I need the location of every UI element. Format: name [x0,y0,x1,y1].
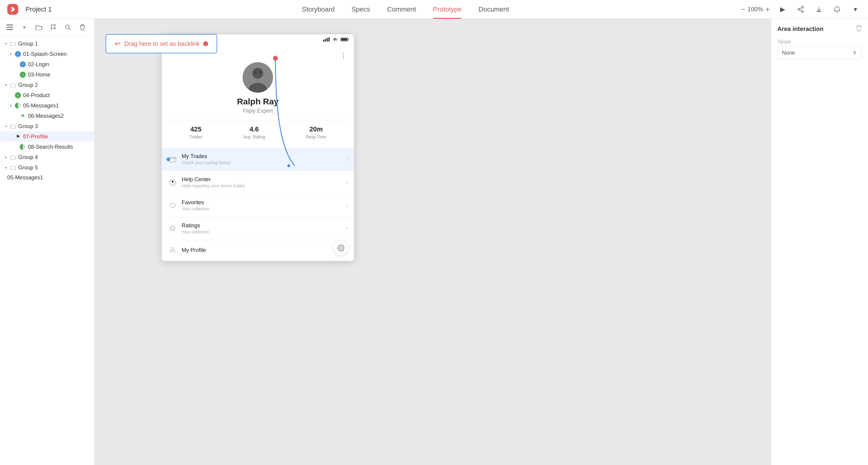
favorites-title: Favorites [182,199,346,206]
search-button[interactable] [63,23,73,32]
icon-messages1 [14,102,21,109]
project-title: Project 1 [26,5,52,13]
ratings-chevron: › [346,225,348,232]
delete-button[interactable] [78,23,87,32]
sidebar-label-messages2: 06-Messages2 [28,113,92,119]
more-button[interactable]: ▾ [850,4,861,15]
sidebar-label-profile: 07-Profile [23,134,92,140]
sidebar-item-login[interactable]: ▸ ✓ 02-Login [0,59,94,69]
svg-rect-12 [323,40,324,41]
svg-line-4 [800,8,802,9]
profile-subtitle: Fliply Expert [243,108,273,114]
folder-icon-group2 [10,82,17,88]
download-button[interactable] [813,4,824,15]
folder-button[interactable] [34,23,44,32]
menu-row-favorites[interactable]: Favorites Your collection › [162,194,354,217]
svg-rect-5 [6,25,13,26]
profile-avatar [243,62,273,93]
sidebar-item-group3[interactable]: ▾ Group 3 [0,121,94,132]
layers-button[interactable] [5,23,14,32]
sidebar-item-product[interactable]: ▸ ✓ 04-Product [0,90,94,100]
menu-row-my-profile[interactable]: My Profile › [162,240,354,261]
menu-row-ratings[interactable]: Ratings Your collection › [162,217,354,240]
my-trades-sub: Check your trading history [182,160,346,165]
sidebar-item-group1[interactable]: ▾ Group 1 [0,38,94,49]
svg-rect-18 [348,39,349,40]
arrow-messages1: ▾ [8,103,13,108]
nav-prototype[interactable]: Prototype [425,0,470,19]
sidebar-label-group1: Group 1 [18,41,92,47]
flag-button[interactable] [49,23,58,32]
sidebar-item-search[interactable]: ▸ 08-Search-Results [0,142,94,152]
profile-header: ⋮ Ralph Ray Fliply Expert [162,45,354,145]
sidebar-item-messages2[interactable]: ▸ ⚑ 06-Messages2 [0,111,94,121]
phone-container: 9:41 ⋮ [161,34,354,261]
help-center-title: Help Center [182,176,346,183]
help-center-icon [168,178,178,187]
menu-row-my-trades[interactable]: My Trades Check your trading history › [162,148,354,171]
panel-target-value: None [782,50,795,56]
stat-trades-value: 425 [190,125,202,133]
zoom-in-button[interactable]: + [766,5,770,14]
arrow-group1: ▾ [4,41,8,46]
nav-specs[interactable]: Specs [343,0,378,19]
nav-storyboard[interactable]: Storyboard [293,0,343,19]
nav-document[interactable]: Document [470,0,518,19]
topbar: Project 1 Storyboard Specs Comment Proto… [0,0,868,19]
panel-target-select[interactable]: None ▼ [777,47,862,59]
sidebar-item-messages1[interactable]: ▾ 05-Messages1 [0,100,94,111]
gear-button[interactable] [334,241,348,255]
sidebar-label-product: 04-Product [23,92,92,99]
my-profile-content: My Profile [182,247,346,254]
sidebar-item-home[interactable]: ▸ ✓ 03-Home [0,69,94,80]
sidebar-item-group5[interactable]: ▸ Group 5 [0,163,94,173]
add-item-button[interactable]: + [20,23,29,32]
icon-profile: ⚑ [14,133,21,140]
topbar-nav: Storyboard Specs Comment Prototype Docum… [70,0,741,19]
favorites-content: Favorites Your collection [182,199,346,211]
svg-rect-24 [169,157,176,162]
sidebar-item-orphan-messages1[interactable]: 05-Messages1 [0,173,94,183]
sidebar-label-messages1: 05-Messages1 [23,103,92,109]
svg-point-22 [254,71,256,74]
folder-icon-group4 [10,154,17,161]
share-button[interactable] [795,4,806,15]
phone-menu-list: My Trades Check your trading history › H… [162,148,354,261]
my-trades-content: My Trades Check your trading history [182,153,346,165]
panel-target-field: Target None ▼ [777,39,862,59]
logo [7,4,18,15]
sidebar-label-group3: Group 3 [18,123,92,129]
my-profile-title: My Profile [182,247,346,254]
sidebar-label-orphan: 05-Messages1 [7,175,92,181]
backlink-arrow-icon: ↩ [115,39,121,48]
panel-delete-button[interactable] [856,25,862,33]
stat-rating-label: Avg. Rating [243,135,265,139]
folder-icon-group5 [10,164,17,171]
sidebar-item-group2[interactable]: ▾ Group 2 [0,80,94,90]
bell-button[interactable] [832,4,842,15]
nav-comment[interactable]: Comment [378,0,424,19]
play-button[interactable]: ▶ [777,4,788,15]
panel-title-text: Area interaction [777,26,824,32]
svg-rect-13 [325,39,326,41]
svg-rect-7 [6,29,13,30]
icon-splash: ✓ [14,51,21,57]
svg-point-8 [65,25,69,29]
right-panel: Area interaction Target None ▼ [771,19,868,465]
zoom-out-button[interactable]: − [741,5,745,14]
sidebar-label-group4: Group 4 [18,154,92,161]
canvas-area[interactable]: ↩ Drag here to set as backlink 9:41 [95,19,771,465]
sidebar-label-group5: Group 5 [18,165,92,171]
favorites-chevron: › [346,202,348,208]
icon-search-results [20,144,26,150]
profile-stats: 425 Trades 4.6 Avg. Rating 20m Resp Time [169,120,347,139]
backlink-overlay: ↩ Drag here to set as backlink [105,34,217,53]
profile-more-button[interactable]: ⋮ [340,52,347,60]
sidebar-item-splash[interactable]: ▾ ✓ 01-Splash-Screen [0,49,94,59]
sidebar-item-group4[interactable]: ▸ Group 4 [0,152,94,163]
menu-row-help-center[interactable]: Help Center Help regarding your recent t… [162,171,354,194]
help-center-content: Help Center Help regarding your recent t… [182,176,346,188]
sidebar-item-profile[interactable]: ▸ ⚑ 07-Profile [0,132,94,142]
backlink-label: Drag here to set as backlink [124,40,199,47]
icon-login: ✓ [20,61,26,68]
